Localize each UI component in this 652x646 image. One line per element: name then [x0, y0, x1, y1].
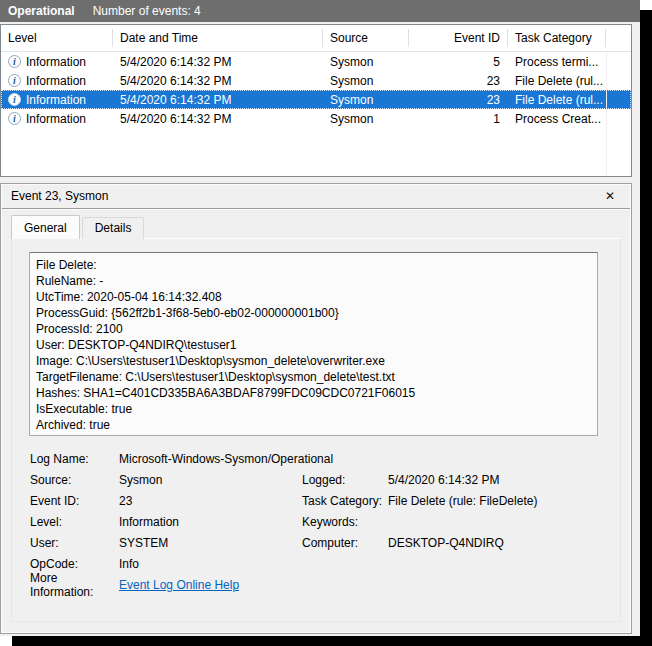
level-label: Level: [30, 515, 119, 529]
logged-value: 5/4/2020 6:14:32 PM [388, 473, 610, 487]
computer-label: Computer: [302, 536, 388, 550]
computer-value: DESKTOP-Q4NDIRQ [388, 536, 610, 550]
description-line: ProcessGuid: {562ff2b1-3f68-5eb0-eb02-00… [36, 305, 591, 321]
events-table-header: Level Date and Time Source Event ID Task… [1, 25, 631, 52]
column-header-event-id[interactable]: Event ID [409, 25, 508, 51]
opcode-label: OpCode: [30, 557, 119, 571]
description-line: TargetFilename: C:\Users\testuser1\Deskt… [36, 369, 591, 385]
detail-tabs: General Details [1, 217, 631, 239]
general-tab-page: File Delete: RuleName: - UtcTime: 2020-0… [11, 238, 621, 622]
event-metadata-grid: Log Name: Microsoft-Windows-Sysmon/Opera… [30, 448, 610, 595]
event-id-label: Event ID: [30, 494, 119, 508]
column-header-source[interactable]: Source [323, 25, 409, 51]
column-header-task-category[interactable]: Task Category [508, 25, 606, 51]
log-header-bar: Operational Number of events: 4 [0, 0, 640, 22]
log-name-label: Log Name: [30, 452, 119, 466]
description-line: User: DESKTOP-Q4NDIRQ\testuser1 [36, 337, 591, 353]
level-value: Information [119, 515, 302, 529]
event-row-selected[interactable]: iInformation 5/4/2020 6:14:32 PM Sysmon … [1, 90, 631, 109]
information-level-icon: i [8, 55, 21, 68]
detail-pane-title: Event 23, Sysmon [11, 189, 108, 203]
source-value: Sysmon [119, 473, 302, 487]
description-line: Hashes: SHA1=C401CD335BA6A3BDAF8799FDC09… [36, 385, 591, 401]
column-header-level[interactable]: Level [1, 25, 113, 51]
more-information-label: More Information: [30, 571, 119, 599]
description-line: File Delete: [36, 257, 591, 273]
keywords-label: Keywords: [302, 515, 388, 529]
description-line: IsExecutable: true [36, 401, 591, 417]
opcode-value: Info [119, 557, 302, 571]
description-line: UtcTime: 2020-05-04 16:14:32.408 [36, 289, 591, 305]
event-id-value: 23 [119, 494, 302, 508]
source-label: Source: [30, 473, 119, 487]
event-log-online-help-link[interactable]: Event Log Online Help [119, 578, 239, 592]
events-count-label: Number of events: 4 [93, 4, 201, 18]
description-line: Image: C:\Users\testuser1\Desktop\sysmon… [36, 353, 591, 369]
user-value: SYSTEM [119, 536, 302, 550]
user-label: User: [30, 536, 119, 550]
logged-label: Logged: [302, 473, 388, 487]
task-category-label: Task Category: [302, 494, 388, 508]
tab-details[interactable]: Details [82, 217, 145, 239]
description-line: ProcessId: 2100 [36, 321, 591, 337]
information-level-icon: i [8, 112, 21, 125]
column-header-filler [606, 25, 631, 51]
table-column-guide-line [606, 52, 607, 176]
event-description-box[interactable]: File Delete: RuleName: - UtcTime: 2020-0… [29, 252, 598, 436]
title-separator [2, 208, 630, 210]
description-line: RuleName: - [36, 273, 591, 289]
close-icon[interactable]: ✕ [605, 190, 615, 202]
information-level-icon: i [8, 74, 21, 87]
event-row[interactable]: iInformation 5/4/2020 6:14:32 PM Sysmon … [1, 52, 631, 71]
log-name-value: Microsoft-Windows-Sysmon/Operational [119, 452, 610, 466]
description-line: Archived: true [36, 417, 591, 433]
log-name-title: Operational [8, 4, 75, 18]
events-table-pane: Level Date and Time Source Event ID Task… [0, 24, 632, 177]
event-viewer-window: Operational Number of events: 4 Level Da… [0, 0, 640, 636]
event-row[interactable]: iInformation 5/4/2020 6:14:32 PM Sysmon … [1, 71, 631, 90]
column-header-date[interactable]: Date and Time [113, 25, 323, 51]
event-row[interactable]: iInformation 5/4/2020 6:14:32 PM Sysmon … [1, 109, 631, 128]
task-category-value: File Delete (rule: FileDelete) [388, 494, 610, 508]
information-level-icon: i [8, 93, 21, 106]
tab-general[interactable]: General [11, 215, 80, 239]
event-detail-pane: Event 23, Sysmon ✕ General Details File … [0, 183, 632, 634]
